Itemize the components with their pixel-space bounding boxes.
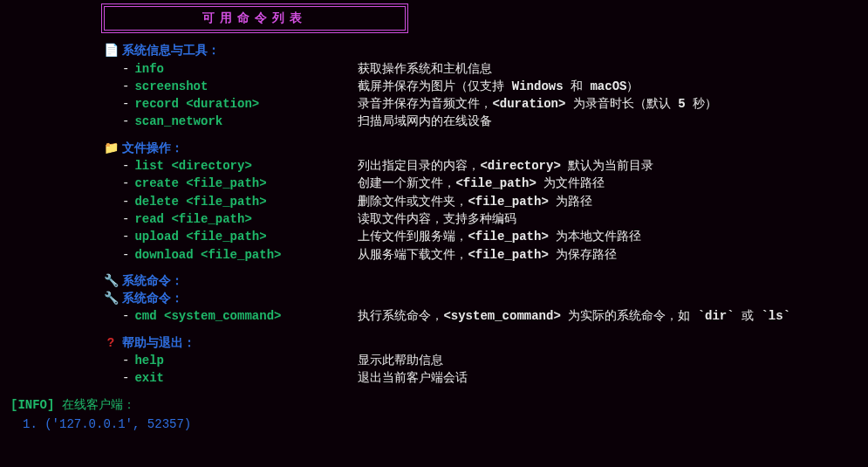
command-row: -delete <file_path>删除文件或文件夹，<file_path> … <box>122 193 861 210</box>
command-name: download <file_path> <box>134 246 358 264</box>
command-row: -screenshot截屏并保存为图片（仅支持 Windows 和 macOS） <box>122 78 861 95</box>
command-row: -cmd <system_command>执行系统命令，<system_comm… <box>122 307 861 325</box>
section: 系统信息与工具：-info获取操作系统和主机信息-screenshot截屏并保存… <box>103 42 861 130</box>
dash-bullet: - <box>122 60 129 78</box>
command-name: help <box>134 352 358 369</box>
section: 帮助与退出：-help显示此帮助信息-exit退出当前客户端会话 <box>103 334 861 388</box>
command-row: -scan_network扫描局域网内的在线设备 <box>122 113 861 130</box>
section-heading-text: 系统命令： <box>122 292 183 306</box>
wrench-icon <box>103 272 119 290</box>
command-description: 录音并保存为音频文件，<duration> 为录音时长（默认 5 秒） <box>358 95 717 113</box>
command-description: 显示此帮助信息 <box>358 352 443 369</box>
dash-bullet: - <box>122 95 129 113</box>
command-row: -upload <file_path>上传文件到服务端，<file_path> … <box>122 228 861 245</box>
sections-container: 系统信息与工具：-info获取操作系统和主机信息-screenshot截屏并保存… <box>103 42 861 387</box>
command-row: -download <file_path>从服务端下载文件，<file_path… <box>122 246 861 264</box>
command-row: -list <directory>列出指定目录的内容，<directory> 默… <box>122 157 861 175</box>
dash-bullet: - <box>122 175 129 192</box>
section: 文件操作：-list <directory>列出指定目录的内容，<directo… <box>103 140 861 264</box>
command-name: scan_network <box>134 113 358 130</box>
command-row: -info获取操作系统和主机信息 <box>122 60 861 78</box>
command-name: list <directory> <box>134 157 358 175</box>
command-description: 退出当前客户端会话 <box>358 369 468 387</box>
dash-bullet: - <box>122 352 129 369</box>
command-name: delete <file_path> <box>134 193 358 210</box>
command-description: 列出指定目录的内容，<directory> 默认为当前目录 <box>358 157 653 175</box>
command-name: screenshot <box>134 78 358 95</box>
command-row: -read <file_path>读取文件内容，支持多种编码 <box>122 210 861 228</box>
command-row: -help显示此帮助信息 <box>122 352 861 369</box>
command-name: upload <file_path> <box>134 228 358 245</box>
info-tag: [INFO] <box>10 398 54 412</box>
status-block: [INFO] 在线客户端： 1. ('127.0.0.1', 52357) <box>10 396 861 434</box>
section: 系统命令：系统命令：-cmd <system_command>执行系统命令，<s… <box>103 272 861 326</box>
dash-bullet: - <box>122 246 129 264</box>
command-description: 读取文件内容，支持多种编码 <box>358 210 516 228</box>
section-heading: 帮助与退出： <box>103 334 861 352</box>
command-name: record <duration> <box>134 95 358 113</box>
dash-bullet: - <box>122 307 129 325</box>
dash-bullet: - <box>122 369 129 387</box>
command-description: 获取操作系统和主机信息 <box>358 60 492 78</box>
command-description: 执行系统命令，<system_command> 为实际的系统命令，如 `dir`… <box>358 307 790 325</box>
command-name: create <file_path> <box>134 175 358 192</box>
section-heading-text: 帮助与退出： <box>122 336 195 350</box>
section-heading: 文件操作： <box>103 140 861 157</box>
section-heading: 系统信息与工具： <box>103 42 861 59</box>
command-name: info <box>134 60 358 78</box>
title-box: 可用命令列表 <box>101 3 408 33</box>
help-icon <box>103 334 119 352</box>
command-description: 上传文件到服务端，<file_path> 为本地文件路径 <box>358 228 641 245</box>
command-description: 扫描局域网内的在线设备 <box>358 113 492 130</box>
status-label-text: 在线客户端： <box>62 398 135 412</box>
dash-bullet: - <box>122 210 129 228</box>
command-name: read <file_path> <box>134 210 358 228</box>
dash-bullet: - <box>122 193 129 210</box>
wrench-icon <box>103 290 119 307</box>
section-heading: 系统命令： <box>103 290 861 307</box>
section-heading-text: 系统信息与工具： <box>122 44 220 58</box>
command-row: -create <file_path>创建一个新文件，<file_path> 为… <box>122 175 861 192</box>
dash-bullet: - <box>122 113 129 130</box>
command-row: -exit退出当前客户端会话 <box>122 369 861 387</box>
command-row: -record <duration>录音并保存为音频文件，<duration> … <box>122 95 861 113</box>
dash-bullet: - <box>122 78 129 95</box>
folder-icon <box>103 140 119 157</box>
dash-bullet: - <box>122 157 129 175</box>
title-text: 可用命令列表 <box>202 11 307 25</box>
section-heading-text: 系统命令： <box>122 274 183 288</box>
terminal-root: 可用命令列表 系统信息与工具：-info获取操作系统和主机信息-screensh… <box>0 0 868 436</box>
command-description: 创建一个新文件，<file_path> 为文件路径 <box>358 175 605 192</box>
section-heading: 系统命令： <box>103 272 861 290</box>
command-description: 删除文件或文件夹，<file_path> 为路径 <box>358 193 592 210</box>
command-description: 截屏并保存为图片（仅支持 Windows 和 macOS） <box>358 78 639 95</box>
document-icon <box>103 42 119 59</box>
command-description: 从服务端下载文件，<file_path> 为保存路径 <box>358 246 617 264</box>
command-name: cmd <system_command> <box>134 307 358 325</box>
command-name: exit <box>134 369 358 387</box>
section-heading-text: 文件操作： <box>122 141 183 155</box>
dash-bullet: - <box>122 228 129 245</box>
client-entry: 1. ('127.0.0.1', 52357) <box>23 415 861 433</box>
